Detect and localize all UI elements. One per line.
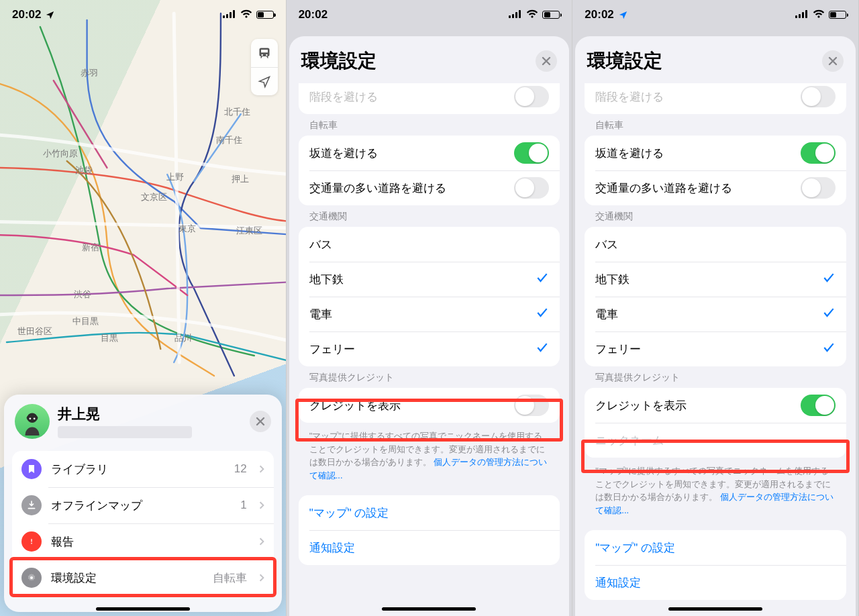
chevron-right-icon: [259, 501, 264, 510]
chevron-right-icon: [259, 464, 264, 474]
row-avoid-hills[interactable]: 坂道を避ける: [299, 136, 560, 170]
row-bus[interactable]: バス: [585, 227, 846, 262]
row-maps-settings[interactable]: "マップ" の設定: [585, 530, 846, 565]
avatar[interactable]: [15, 404, 50, 439]
row-avoid-stairs[interactable]: 階段を避ける: [585, 83, 846, 114]
toggle-avoid-busy[interactable]: [801, 177, 836, 199]
section-photo-credit: 写真提供クレジット: [289, 366, 570, 388]
row-notification-settings[interactable]: 通知設定: [299, 530, 560, 565]
chevron-right-icon: [259, 573, 264, 582]
row-train[interactable]: 電車: [585, 297, 846, 331]
chevron-right-icon: [259, 537, 264, 546]
svg-point-10: [31, 543, 32, 544]
report-icon: [21, 531, 42, 552]
menu-library[interactable]: ライブラリ 12: [12, 451, 274, 487]
wifi-icon: [813, 8, 825, 21]
toggle-avoid-stairs[interactable]: [514, 86, 549, 107]
svg-rect-18: [802, 12, 804, 18]
credit-description: "マップ"に提供するすべての写真でニックネームを使用することでクレジットを周知で…: [575, 458, 856, 519]
battery-icon: [542, 11, 560, 19]
svg-rect-3: [233, 10, 235, 18]
profile-menu: ライブラリ 12 オフラインマップ 1 報告 環境設定 自転車: [12, 451, 274, 596]
panel-settings-credit-on: 20:02 環境設定 階段を避ける 自転車 坂道を避ける 交通量の多い道路を避け…: [572, 0, 859, 616]
row-notification-settings[interactable]: 通知設定: [585, 565, 846, 600]
row-ferry[interactable]: フェリー: [585, 331, 846, 366]
row-nickname[interactable]: ニックネーム: [585, 423, 846, 458]
row-show-credit[interactable]: クレジットを表示: [585, 388, 846, 423]
row-ferry[interactable]: フェリー: [299, 331, 560, 366]
close-settings-button[interactable]: [822, 50, 844, 72]
nickname-input[interactable]: ニックネーム: [595, 433, 836, 448]
check-icon: [822, 341, 836, 358]
user-subtitle-redacted: [58, 426, 192, 438]
svg-rect-14: [515, 12, 517, 18]
panel-settings-credit-off: 20:02 環境設定 階段を避ける 自転車 坂道を避ける 交通量の多い道路を避け…: [287, 0, 573, 616]
row-bus[interactable]: バス: [299, 227, 560, 262]
map-controls: [251, 39, 278, 95]
menu-report[interactable]: 報告: [12, 523, 274, 560]
location-arrow-icon: [45, 10, 55, 20]
home-indicator[interactable]: [668, 607, 762, 611]
status-bar: 20:02: [572, 0, 858, 30]
battery-icon: [829, 11, 846, 19]
svg-rect-19: [805, 10, 807, 18]
toggle-avoid-stairs[interactable]: [801, 86, 836, 107]
row-train[interactable]: 電車: [299, 297, 560, 331]
toggle-show-credit[interactable]: [514, 395, 549, 416]
row-subway[interactable]: 地下鉄: [585, 262, 846, 297]
section-bike: 自転車: [575, 114, 856, 136]
row-show-credit[interactable]: クレジットを表示: [299, 388, 560, 423]
svg-rect-0: [223, 15, 225, 18]
check-icon: [822, 271, 836, 288]
section-bike: 自転車: [289, 114, 570, 136]
svg-rect-13: [512, 14, 514, 18]
settings-title: 環境設定: [301, 48, 376, 74]
cellular-icon: [509, 8, 522, 21]
menu-offline-maps[interactable]: オフラインマップ 1: [12, 487, 274, 523]
cellular-icon: [795, 8, 809, 21]
row-subway[interactable]: 地下鉄: [299, 262, 560, 297]
toggle-avoid-hills[interactable]: [514, 142, 549, 164]
location-arrow-icon: [618, 10, 628, 20]
check-icon: [536, 306, 549, 323]
menu-settings[interactable]: 環境設定 自転車: [12, 560, 274, 596]
svg-rect-15: [519, 10, 521, 18]
row-avoid-busy[interactable]: 交通量の多い道路を避ける: [299, 170, 560, 205]
home-indicator[interactable]: [96, 607, 190, 611]
home-indicator[interactable]: [382, 607, 476, 611]
section-photo-credit: 写真提供クレジット: [575, 366, 856, 388]
svg-rect-9: [31, 539, 32, 542]
svg-point-6: [29, 417, 31, 419]
check-icon: [822, 306, 836, 323]
status-time: 20:02: [12, 8, 41, 21]
wifi-icon: [240, 8, 252, 21]
battery-icon: [256, 11, 274, 19]
transit-mode-button[interactable]: [251, 39, 278, 67]
gear-icon: [21, 568, 42, 588]
panel-map: 赤羽北千住南千住小竹向原池袋上野押上文京区東京新宿江東区渋谷中目黒世田谷区目黒品…: [0, 0, 287, 616]
settings-sheet: 環境設定 階段を避ける 自転車 坂道を避ける 交通量の多い道路を避ける 交通機関…: [575, 36, 856, 616]
settings-title: 環境設定: [587, 48, 662, 74]
row-avoid-busy[interactable]: 交通量の多い道路を避ける: [585, 170, 846, 205]
close-sheet-button[interactable]: [250, 411, 271, 432]
row-avoid-hills[interactable]: 坂道を避ける: [585, 136, 846, 170]
section-transit: 交通機関: [575, 205, 856, 227]
check-icon: [536, 271, 549, 288]
cellular-icon: [223, 8, 236, 21]
status-time: 20:02: [299, 8, 327, 21]
status-time: 20:02: [585, 8, 613, 21]
svg-point-5: [27, 415, 38, 422]
bookmark-icon: [21, 459, 42, 479]
close-settings-button[interactable]: [536, 50, 557, 72]
section-transit: 交通機関: [289, 205, 570, 227]
toggle-avoid-hills[interactable]: [801, 142, 836, 164]
locate-me-button[interactable]: [251, 67, 278, 95]
toggle-show-credit[interactable]: [801, 395, 836, 416]
row-maps-settings[interactable]: "マップ" の設定: [299, 495, 560, 530]
status-bar: 20:02: [0, 0, 286, 30]
svg-rect-17: [799, 14, 801, 18]
svg-rect-2: [230, 12, 232, 18]
toggle-avoid-busy[interactable]: [514, 177, 549, 199]
row-avoid-stairs[interactable]: 階段を避ける: [299, 83, 560, 114]
credit-description: "マップ"に提供するすべての写真でニックネームを使用することでクレジットを周知で…: [289, 423, 570, 484]
